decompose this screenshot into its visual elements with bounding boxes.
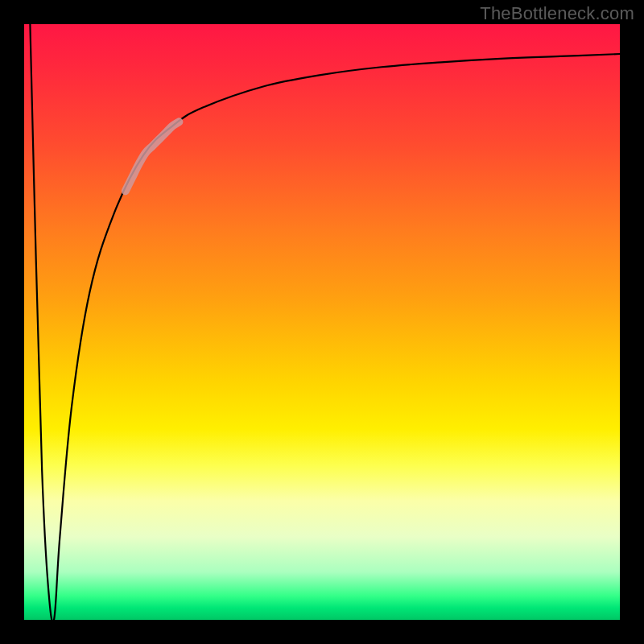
curve-layer <box>24 24 620 620</box>
bottleneck-curve <box>30 24 620 622</box>
attribution-text: TheBottleneck.com <box>480 3 634 24</box>
bottleneck-curve-highlight <box>126 122 180 191</box>
chart-stage: TheBottleneck.com <box>0 0 644 644</box>
